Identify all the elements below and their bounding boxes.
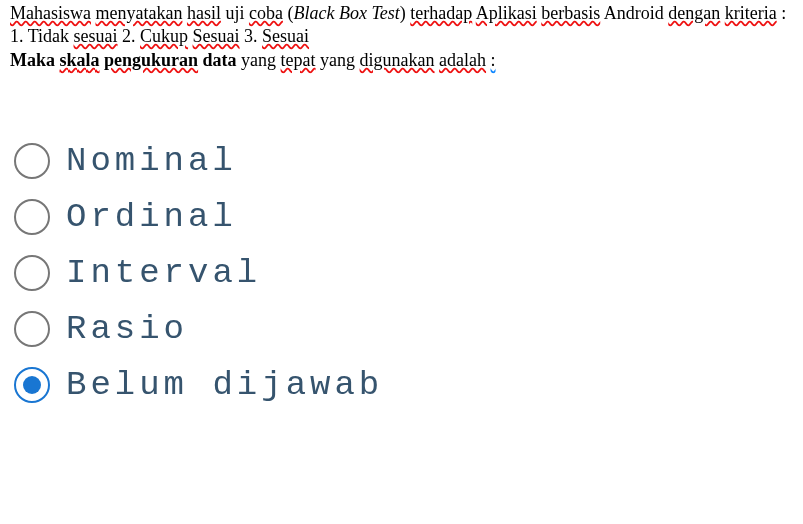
options-group: NominalOrdinalIntervalRasioBelum dijawab xyxy=(0,142,803,404)
radio-opt-interval[interactable] xyxy=(14,255,50,291)
question-text: Mahasiswa menyatakan hasil uji coba (Bla… xyxy=(0,0,803,72)
question-segment: ( xyxy=(283,3,294,23)
option-label: Ordinal xyxy=(66,198,237,236)
question-segment: skala xyxy=(60,50,100,70)
question-segment: 2. xyxy=(118,26,141,46)
radio-opt-rasio[interactable] xyxy=(14,311,50,347)
radio-opt-nominal[interactable] xyxy=(14,143,50,179)
question-segment: pengukuran xyxy=(104,50,198,70)
question-segment: Black Box Test xyxy=(293,3,399,23)
option-opt-rasio[interactable]: Rasio xyxy=(14,310,803,348)
radio-opt-belum[interactable] xyxy=(14,367,50,403)
question-segment: Maka xyxy=(10,50,60,70)
option-label: Nominal xyxy=(66,142,237,180)
question-segment: terhadap xyxy=(410,3,472,23)
question-segment: Android xyxy=(600,3,668,23)
question-segment: ) xyxy=(400,3,411,23)
option-opt-interval[interactable]: Interval xyxy=(14,254,803,292)
question-segment: data xyxy=(198,50,241,70)
question-segment: : xyxy=(491,50,496,70)
question-segment: Cukup xyxy=(140,26,188,46)
question-segment: kriteria xyxy=(725,3,777,23)
question-segment: coba xyxy=(249,3,283,23)
question-segment: hasil xyxy=(187,3,221,23)
question-segment: Mahasiswa xyxy=(10,3,91,23)
question-segment: yang xyxy=(241,50,281,70)
option-opt-belum[interactable]: Belum dijawab xyxy=(14,366,803,404)
question-segment: dengan xyxy=(668,3,720,23)
question-segment: uji xyxy=(221,3,249,23)
radio-opt-ordinal[interactable] xyxy=(14,199,50,235)
question-segment: Sesuai xyxy=(262,26,309,46)
question-segment: adalah xyxy=(439,50,486,70)
question-segment: 3. xyxy=(240,26,263,46)
question-segment: berbasis xyxy=(541,3,600,23)
option-label: Rasio xyxy=(66,310,188,348)
option-label: Belum dijawab xyxy=(66,366,383,404)
question-segment: Aplikasi xyxy=(476,3,537,23)
question-segment: sesuai xyxy=(74,26,118,46)
option-label: Interval xyxy=(66,254,261,292)
question-segment: menyatakan xyxy=(95,3,182,23)
option-opt-ordinal[interactable]: Ordinal xyxy=(14,198,803,236)
question-segment: digunakan xyxy=(360,50,435,70)
quiz-page: Mahasiswa menyatakan hasil uji coba (Bla… xyxy=(0,0,803,524)
question-segment: Sesuai xyxy=(193,26,240,46)
question-segment: yang xyxy=(316,50,360,70)
question-segment: tepat xyxy=(281,50,316,70)
option-opt-nominal[interactable]: Nominal xyxy=(14,142,803,180)
